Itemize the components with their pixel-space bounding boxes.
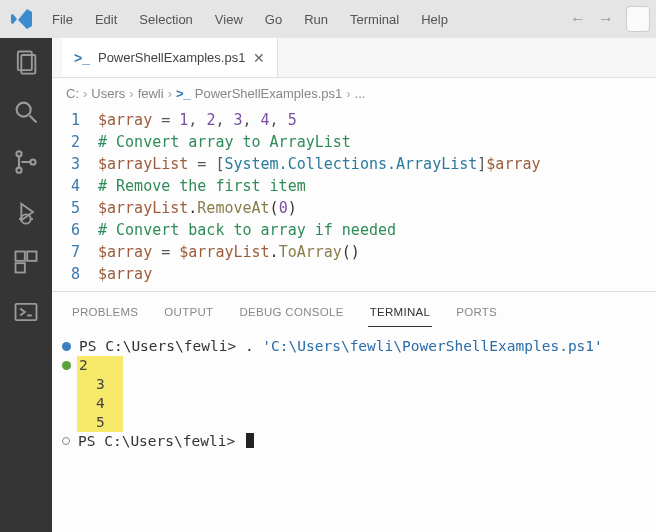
terminal-output-line: 5 bbox=[77, 413, 105, 432]
editor-tabs: >_ PowerShellExamples.ps1 ✕ bbox=[52, 38, 656, 78]
breadcrumb-seg[interactable]: fewli bbox=[138, 86, 164, 101]
menu-selection[interactable]: Selection bbox=[129, 8, 202, 31]
vscode-logo-icon bbox=[10, 7, 34, 31]
breadcrumb[interactable]: C:› Users› fewli› >_ PowerShellExamples.… bbox=[52, 78, 656, 109]
svg-rect-11 bbox=[16, 252, 25, 261]
code-content[interactable]: $arrayList.RemoveAt(0) bbox=[98, 197, 297, 219]
line-number: 7 bbox=[52, 241, 98, 263]
code-content[interactable]: $arrayList = [System.Collections.ArrayLi… bbox=[98, 153, 541, 175]
menu-help[interactable]: Help bbox=[411, 8, 458, 31]
breadcrumb-seg[interactable]: Users bbox=[91, 86, 125, 101]
breadcrumb-seg[interactable]: C: bbox=[66, 86, 79, 101]
svg-point-2 bbox=[17, 103, 31, 117]
panel: PROBLEMSOUTPUTDEBUG CONSOLETERMINALPORTS… bbox=[52, 291, 656, 495]
svg-point-4 bbox=[16, 151, 21, 156]
extensions-icon[interactable] bbox=[12, 248, 40, 276]
nav-forward-icon[interactable]: → bbox=[598, 10, 614, 28]
terminal-output-line: 3 bbox=[77, 375, 105, 394]
panel-tab-problems[interactable]: PROBLEMS bbox=[70, 300, 140, 327]
menu-go[interactable]: Go bbox=[255, 8, 292, 31]
svg-rect-12 bbox=[27, 252, 36, 261]
breadcrumb-file[interactable]: PowerShellExamples.ps1 bbox=[195, 86, 342, 101]
menu-bar: File Edit Selection View Go Run Terminal… bbox=[42, 8, 458, 31]
source-control-icon[interactable] bbox=[12, 148, 40, 176]
terminal-output-highlight: 2 3 4 5 bbox=[77, 356, 123, 432]
tab-powershell-examples[interactable]: >_ PowerShellExamples.ps1 ✕ bbox=[62, 38, 278, 77]
code-line[interactable]: 1$array = 1, 2, 3, 4, 5 bbox=[52, 109, 656, 131]
line-number: 3 bbox=[52, 153, 98, 175]
code-line[interactable]: 8$array bbox=[52, 263, 656, 285]
line-number: 8 bbox=[52, 263, 98, 285]
panel-tab-terminal[interactable]: TERMINAL bbox=[368, 300, 433, 327]
powershell-file-icon: >_ bbox=[74, 50, 90, 66]
panel-tabs: PROBLEMSOUTPUTDEBUG CONSOLETERMINALPORTS bbox=[52, 292, 656, 327]
svg-point-6 bbox=[30, 159, 35, 164]
code-line[interactable]: 7$array = $arrayList.ToArray() bbox=[52, 241, 656, 263]
panel-tab-debug-console[interactable]: DEBUG CONSOLE bbox=[237, 300, 345, 327]
terminal-prompt: PS C:\Users\fewli> bbox=[78, 432, 254, 451]
close-icon[interactable]: ✕ bbox=[253, 50, 265, 66]
menu-file[interactable]: File bbox=[42, 8, 83, 31]
run-debug-icon[interactable] bbox=[12, 198, 40, 226]
menu-terminal[interactable]: Terminal bbox=[340, 8, 409, 31]
code-line[interactable]: 3$arrayList = [System.Collections.ArrayL… bbox=[52, 153, 656, 175]
powershell-ext-icon[interactable] bbox=[12, 298, 40, 326]
line-number: 6 bbox=[52, 219, 98, 241]
line-number: 5 bbox=[52, 197, 98, 219]
svg-rect-13 bbox=[16, 263, 25, 272]
line-number: 2 bbox=[52, 131, 98, 153]
explorer-icon[interactable] bbox=[12, 48, 40, 76]
code-line[interactable]: 2# Convert array to ArrayList bbox=[52, 131, 656, 153]
menu-run[interactable]: Run bbox=[294, 8, 338, 31]
code-line[interactable]: 4# Remove the first item bbox=[52, 175, 656, 197]
cursor-icon bbox=[246, 433, 254, 448]
code-line[interactable]: 5$arrayList.RemoveAt(0) bbox=[52, 197, 656, 219]
activity-bar bbox=[0, 38, 52, 532]
panel-tab-output[interactable]: OUTPUT bbox=[162, 300, 215, 327]
status-dot-icon bbox=[62, 437, 70, 445]
terminal-output-line: 4 bbox=[77, 394, 105, 413]
title-bar: File Edit Selection View Go Run Terminal… bbox=[0, 0, 656, 38]
command-center[interactable] bbox=[626, 6, 650, 32]
code-content[interactable]: $array = $arrayList.ToArray() bbox=[98, 241, 360, 263]
code-content[interactable]: # Convert back to array if needed bbox=[98, 219, 396, 241]
search-icon[interactable] bbox=[12, 98, 40, 126]
line-number: 1 bbox=[52, 109, 98, 131]
terminal[interactable]: PS C:\Users\fewli> . 'C:\Users\fewli\Pow… bbox=[52, 327, 656, 495]
nav-back-icon[interactable]: ← bbox=[570, 10, 586, 28]
status-dot-icon bbox=[62, 342, 71, 351]
line-number: 4 bbox=[52, 175, 98, 197]
code-content[interactable]: # Convert array to ArrayList bbox=[98, 131, 351, 153]
status-dot-icon bbox=[62, 361, 71, 370]
menu-edit[interactable]: Edit bbox=[85, 8, 127, 31]
code-content[interactable]: $array = 1, 2, 3, 4, 5 bbox=[98, 109, 297, 131]
powershell-file-icon: >_ bbox=[176, 86, 191, 101]
panel-tab-ports[interactable]: PORTS bbox=[454, 300, 499, 327]
menu-view[interactable]: View bbox=[205, 8, 253, 31]
breadcrumb-tail[interactable]: ... bbox=[355, 86, 366, 101]
code-editor[interactable]: 1$array = 1, 2, 3, 4, 52# Convert array … bbox=[52, 109, 656, 291]
svg-line-3 bbox=[30, 116, 37, 123]
code-line[interactable]: 6# Convert back to array if needed bbox=[52, 219, 656, 241]
terminal-output-line: 2 bbox=[77, 356, 105, 375]
terminal-prompt: PS C:\Users\fewli> . 'C:\Users\fewli\Pow… bbox=[79, 337, 603, 356]
code-content[interactable]: $array bbox=[98, 263, 152, 285]
svg-point-5 bbox=[16, 168, 21, 173]
code-content[interactable]: # Remove the first item bbox=[98, 175, 306, 197]
tab-label: PowerShellExamples.ps1 bbox=[98, 50, 245, 65]
